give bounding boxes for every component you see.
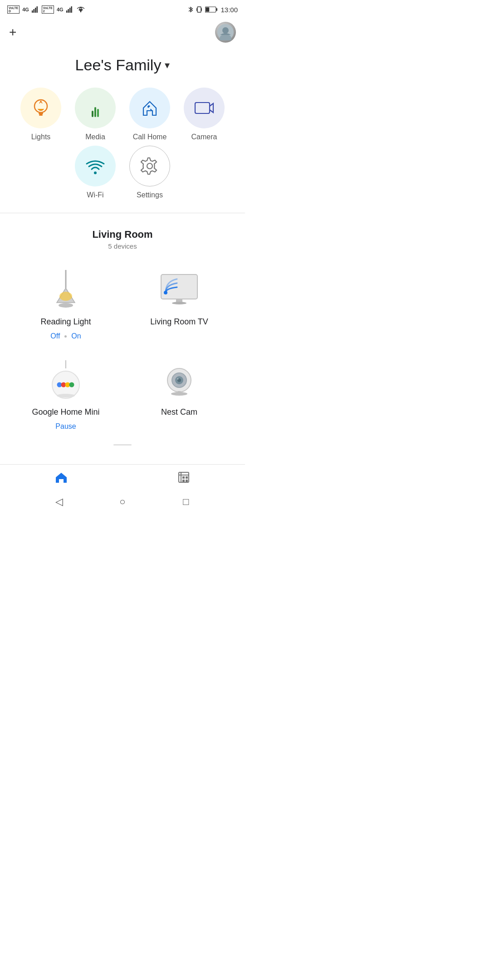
living-room-tv-name: Living Room TV <box>150 317 208 327</box>
svg-rect-56 <box>182 476 185 479</box>
room-title: Living Room <box>9 229 236 240</box>
svg-rect-58 <box>182 480 185 482</box>
battery-icon <box>205 6 218 13</box>
call-home-circle <box>129 88 170 128</box>
chromecast-svg <box>159 272 200 309</box>
living-room-tv-card[interactable]: Living Room TV <box>122 261 236 351</box>
family-name: Lee's Family <box>75 56 162 74</box>
camera-icon <box>194 100 214 116</box>
section-divider <box>0 213 245 213</box>
routines-nav-icon <box>177 471 190 484</box>
google-home-mini-name: Google Home Mini <box>32 407 99 417</box>
svg-point-28 <box>94 172 97 174</box>
signal-4g2-icon: 4G <box>57 7 64 12</box>
svg-point-43 <box>69 382 74 387</box>
media-label: Media <box>85 133 105 141</box>
reading-light-on-button[interactable]: On <box>71 332 81 340</box>
status-right: 13:00 <box>188 6 238 14</box>
svg-rect-11 <box>201 8 202 11</box>
nest-cam-icon <box>159 360 200 401</box>
camera-circle <box>184 88 225 128</box>
settings-circle <box>129 146 170 186</box>
lights-circle <box>20 88 61 128</box>
call-home-icon <box>140 98 160 118</box>
svg-rect-51 <box>177 391 181 395</box>
signal-bars-2-icon <box>66 6 74 13</box>
settings-icon <box>140 156 160 176</box>
status-bar: VoLTE D 4G VoLTE 2 4G <box>0 0 245 17</box>
svg-point-16 <box>222 27 229 34</box>
reading-light-icon <box>45 270 86 311</box>
quick-actions: Lights Media Call Home <box>0 88 245 208</box>
action-lights[interactable]: Lights <box>16 88 66 141</box>
action-settings[interactable]: Settings <box>125 146 175 199</box>
call-home-label: Call Home <box>133 133 167 141</box>
wifi-status-icon <box>76 6 85 13</box>
google-home-mini-card[interactable]: Google Home Mini Pause <box>9 351 122 441</box>
lights-label: Lights <box>31 133 51 141</box>
settings-label: Settings <box>137 191 163 199</box>
bluetooth-icon <box>188 6 193 13</box>
svg-point-37 <box>172 302 186 304</box>
svg-point-31 <box>59 292 72 301</box>
wifi-label: Wi-Fi <box>87 191 103 199</box>
media-icon <box>86 98 104 118</box>
room-section: Living Room 5 devices Reading Light Off <box>0 218 245 455</box>
nest-cam-name: Nest Cam <box>161 407 197 417</box>
svg-rect-6 <box>69 8 71 13</box>
signal-4g-icon: 4G <box>22 7 29 12</box>
svg-rect-27 <box>195 103 210 113</box>
reading-light-off-button[interactable]: Off <box>50 332 60 340</box>
svg-rect-10 <box>196 8 197 11</box>
svg-rect-19 <box>39 113 43 114</box>
lights-icon <box>32 97 50 119</box>
living-room-tv-icon <box>159 270 200 311</box>
svg-rect-20 <box>39 114 43 116</box>
wifi-icon <box>85 157 106 175</box>
action-wifi[interactable]: Wi-Fi <box>70 146 120 199</box>
svg-rect-24 <box>92 111 93 117</box>
svg-rect-9 <box>197 7 201 12</box>
action-camera[interactable]: Camera <box>179 88 229 141</box>
camera-label: Camera <box>191 133 217 141</box>
vibrate-icon <box>196 6 202 13</box>
svg-rect-26 <box>97 109 99 117</box>
svg-rect-1 <box>33 9 34 13</box>
back-button[interactable]: ◁ <box>52 495 66 509</box>
family-title[interactable]: Lee's Family ▾ <box>0 47 245 88</box>
google-home-mini-pause-button[interactable]: Pause <box>55 422 76 431</box>
wifi-circle <box>75 146 116 186</box>
volte2-badge: VoLTE 2 <box>42 5 54 14</box>
time-display: 13:00 <box>220 6 238 14</box>
svg-point-35 <box>164 291 167 294</box>
reading-light-name: Reading Light <box>40 317 91 327</box>
add-button[interactable]: + <box>9 26 16 39</box>
svg-rect-52 <box>113 444 132 446</box>
svg-rect-25 <box>94 107 96 117</box>
svg-point-33 <box>59 303 73 308</box>
nest-cam-card[interactable]: Nest Cam <box>122 351 236 441</box>
home-button[interactable]: ○ <box>115 495 130 509</box>
action-call-home[interactable]: Call Home <box>125 88 175 141</box>
device-grid: Reading Light Off On <box>9 261 236 441</box>
reading-light-separator <box>64 335 67 338</box>
reading-light-card[interactable]: Reading Light Off On <box>9 261 122 351</box>
recents-button[interactable]: □ <box>179 495 193 509</box>
svg-rect-7 <box>71 6 72 13</box>
svg-point-29 <box>147 163 152 169</box>
svg-rect-57 <box>186 476 188 479</box>
avatar[interactable] <box>215 22 236 43</box>
action-media[interactable]: Media <box>70 88 120 141</box>
svg-rect-0 <box>32 10 33 13</box>
svg-rect-2 <box>35 8 36 13</box>
nav-home[interactable] <box>55 471 68 484</box>
home-nav-icon <box>55 471 68 484</box>
svg-rect-4 <box>66 10 68 13</box>
svg-rect-14 <box>206 7 210 12</box>
reading-light-controls: Off On <box>50 332 81 340</box>
nest-cam-svg <box>161 360 197 401</box>
nav-routines[interactable] <box>177 471 190 484</box>
android-nav-bar: ◁ ○ □ <box>0 488 245 518</box>
avatar-image <box>217 24 234 40</box>
svg-rect-5 <box>68 9 69 13</box>
